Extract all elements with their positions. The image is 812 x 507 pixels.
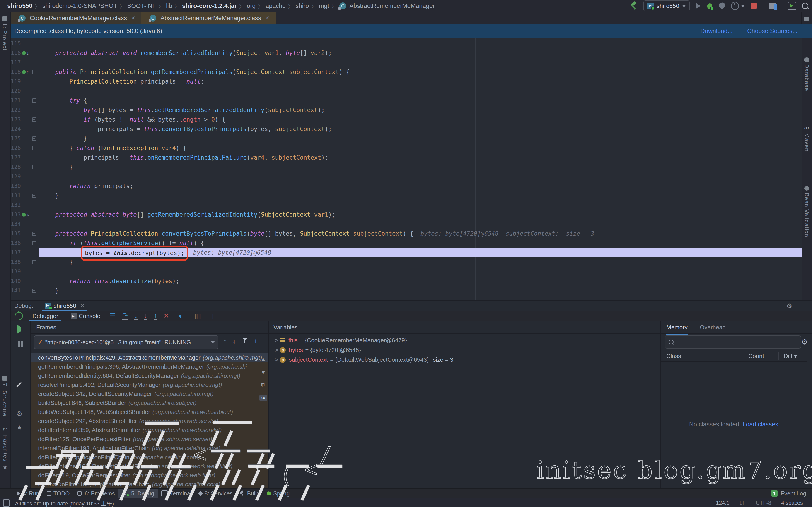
copy-stack-icon[interactable]: ⧉ bbox=[261, 382, 265, 389]
line-number[interactable]: 121 bbox=[11, 96, 21, 105]
sidebar-item-project[interactable]: 1: Project bbox=[2, 16, 8, 51]
breadcrumb-item[interactable]: BOOT-INF bbox=[127, 2, 156, 9]
overridden-icon[interactable]: ↑ bbox=[22, 68, 29, 76]
sidebar-item-bean-validation[interactable]: Bean Validation bbox=[804, 186, 810, 237]
variable-row[interactable]: >pbytes= {byte[4720]@6548} bbox=[269, 345, 660, 355]
fold-icon[interactable] bbox=[32, 136, 37, 141]
download-link[interactable]: Download... bbox=[700, 27, 733, 35]
code-line[interactable]: 129 bbox=[11, 172, 802, 181]
variable-row[interactable]: >psubjectContext= {DefaultWebSubjectCont… bbox=[269, 355, 660, 364]
scroll-down-icon[interactable]: ▼ bbox=[260, 369, 266, 376]
choose-sources-link[interactable]: Choose Sources... bbox=[747, 27, 798, 35]
mute-breakpoints-icon[interactable] bbox=[16, 382, 24, 390]
code-line[interactable]: 132 bbox=[11, 200, 802, 210]
tab-debugger[interactable]: Debugger bbox=[29, 311, 61, 322]
file-encoding[interactable]: UTF-8 bbox=[756, 500, 771, 506]
frame-row[interactable]: getRememberedIdentity:604, DefaultSecuri… bbox=[31, 371, 268, 380]
pause-icon[interactable] bbox=[16, 341, 24, 349]
scroll-up-icon[interactable]: ▲ bbox=[260, 356, 266, 363]
frame-row[interactable]: doFilter:119, OncePerRequestFilter(org.s… bbox=[31, 471, 268, 480]
code-editor[interactable]: 115116↓ protected abstract void remember… bbox=[11, 38, 802, 300]
tab-memory[interactable]: Memory bbox=[666, 322, 688, 335]
line-number[interactable]: 140 bbox=[11, 276, 21, 286]
line-number[interactable]: 137 bbox=[11, 248, 21, 257]
code-line[interactable]: 137 bytes = this.decrypt(bytes); bytes: … bbox=[11, 248, 802, 257]
line-number[interactable]: 126 bbox=[11, 143, 21, 153]
evaluate-expression-icon[interactable]: ▦ bbox=[194, 313, 201, 319]
breadcrumb-item[interactable]: apache bbox=[265, 2, 286, 9]
code-line[interactable]: 121 try { bbox=[11, 96, 802, 105]
sidebar-item-maven[interactable]: m Maven bbox=[804, 124, 810, 152]
line-separator[interactable]: LF bbox=[740, 500, 746, 506]
frame-row[interactable]: doFilterInternal:100, RequestContextFilt… bbox=[31, 462, 268, 471]
tab-console[interactable]: Console bbox=[68, 311, 103, 322]
close-icon[interactable]: ✕ bbox=[131, 15, 136, 21]
code-line[interactable]: 135 protected PrincipalCollection conver… bbox=[11, 229, 802, 238]
line-number[interactable]: 131 bbox=[11, 191, 21, 200]
line-number[interactable]: 115 bbox=[11, 39, 21, 48]
line-number[interactable]: 127 bbox=[11, 153, 21, 162]
project-structure-icon[interactable] bbox=[769, 3, 776, 9]
add-icon[interactable]: + bbox=[254, 337, 258, 345]
frame-row[interactable]: internalDoFilter:193, ApplicationFilterC… bbox=[31, 444, 268, 453]
fold-icon[interactable] bbox=[32, 70, 37, 74]
frame-row[interactable]: buildWebSubject:148, WebSubject$Builder(… bbox=[31, 407, 268, 416]
breadcrumb-item[interactable]: AbstractRememberMeManager bbox=[349, 2, 435, 9]
code-line[interactable]: 134 bbox=[11, 219, 802, 229]
line-number[interactable]: 122 bbox=[11, 105, 21, 115]
code-line[interactable]: 125 } bbox=[11, 134, 802, 143]
stop-icon[interactable] bbox=[16, 354, 24, 362]
code-line[interactable]: 133↓ protected abstract byte[] getRememb… bbox=[11, 210, 802, 219]
fold-icon[interactable] bbox=[32, 241, 37, 245]
line-number[interactable]: 139 bbox=[11, 267, 21, 276]
frame-row[interactable]: getRememberedPrincipals:396, AbstractRem… bbox=[31, 362, 268, 371]
filter-icon[interactable] bbox=[242, 337, 248, 343]
code-line[interactable]: 131 } bbox=[11, 191, 802, 200]
stop-icon[interactable] bbox=[751, 3, 757, 9]
line-number[interactable]: 117 bbox=[11, 58, 21, 67]
line-number[interactable]: 134 bbox=[11, 219, 21, 229]
frame-row[interactable]: doFilter:125, OncePerRequestFilter(org.a… bbox=[31, 435, 268, 444]
line-number[interactable]: 130 bbox=[11, 181, 21, 191]
fold-icon[interactable] bbox=[32, 99, 37, 103]
infinity-icon[interactable]: ∞ bbox=[259, 395, 267, 401]
toolwindow-button-build[interactable]: Build bbox=[236, 489, 263, 498]
line-number[interactable]: 120 bbox=[11, 86, 21, 96]
gear-icon[interactable]: ⚙ bbox=[801, 337, 808, 346]
toolwindow-button-spring[interactable]: Spring bbox=[263, 489, 293, 498]
pin-icon[interactable]: ★ bbox=[16, 424, 24, 432]
hide-icon[interactable]: — bbox=[799, 302, 805, 309]
drop-frame-icon[interactable]: ✕ bbox=[164, 313, 169, 319]
expand-chevron-icon[interactable]: > bbox=[273, 337, 280, 344]
toolwindow-button-problems[interactable]: 6: Problems bbox=[73, 489, 118, 498]
toolwindow-button-services[interactable]: 8: Services bbox=[195, 489, 236, 498]
code-line[interactable]: 130 return principals; bbox=[11, 181, 802, 191]
implemented-icon[interactable]: ↓ bbox=[22, 49, 29, 57]
thread-select[interactable]: ✓ "http-nio-8080-exec-10"@6...3 in group… bbox=[34, 335, 218, 349]
run-icon[interactable] bbox=[696, 3, 701, 9]
breadcrumb-item[interactable]: lib bbox=[166, 2, 172, 9]
expand-chevron-icon[interactable]: > bbox=[273, 346, 280, 353]
tab-cookieremembermemanager[interactable]: C CookieRememberMeManager.class✕ bbox=[11, 12, 141, 24]
frame-row[interactable]: internalDoFilter:193, ApplicationFilterC… bbox=[31, 480, 268, 489]
code-line[interactable]: 124 principals = this.convertBytesToPrin… bbox=[11, 124, 802, 134]
breadcrumb-item[interactable]: shiro bbox=[296, 2, 309, 9]
line-number[interactable]: 133 bbox=[11, 210, 21, 219]
expand-chevron-icon[interactable]: > bbox=[273, 356, 280, 363]
sidebar-item-database[interactable]: Database bbox=[804, 57, 810, 91]
breadcrumb-item[interactable]: mgt bbox=[319, 2, 329, 9]
toolwindow-button-run[interactable]: 4: Run bbox=[14, 489, 43, 498]
fold-icon[interactable] bbox=[32, 146, 37, 150]
search-icon[interactable] bbox=[802, 3, 808, 9]
line-number[interactable]: 118 bbox=[11, 67, 21, 77]
run-config-select[interactable]: shiro550 bbox=[644, 0, 690, 11]
breadcrumb-item[interactable]: org bbox=[247, 2, 256, 9]
fold-icon[interactable] bbox=[32, 193, 37, 198]
column-class[interactable]: Class bbox=[666, 351, 681, 361]
toolwindow-button-todo[interactable]: TODO bbox=[43, 489, 73, 498]
variable-row[interactable]: >this= {CookieRememberMeManager@6479} bbox=[269, 335, 660, 345]
step-into-icon[interactable]: ↓ bbox=[134, 312, 138, 320]
frame-row[interactable]: convertBytesToPrincipals:429, AbstractRe… bbox=[31, 353, 268, 362]
line-number[interactable]: 141 bbox=[11, 286, 21, 295]
code-line[interactable]: 116↓ protected abstract void rememberSer… bbox=[11, 48, 802, 58]
